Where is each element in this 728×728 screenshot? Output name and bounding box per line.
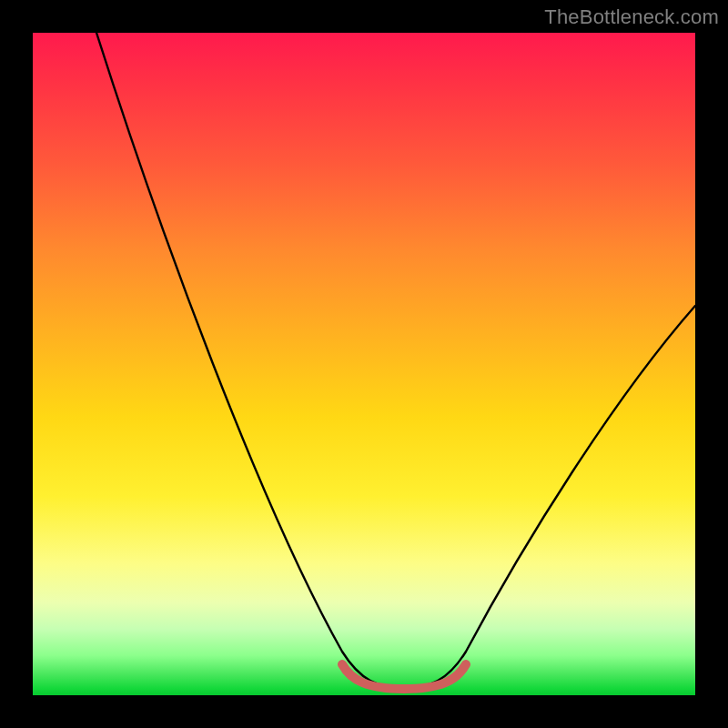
- plot-area: [33, 33, 695, 695]
- chart-frame: TheBottleneck.com: [0, 0, 728, 728]
- heat-gradient-background: [33, 33, 695, 695]
- watermark-text: TheBottleneck.com: [544, 5, 719, 29]
